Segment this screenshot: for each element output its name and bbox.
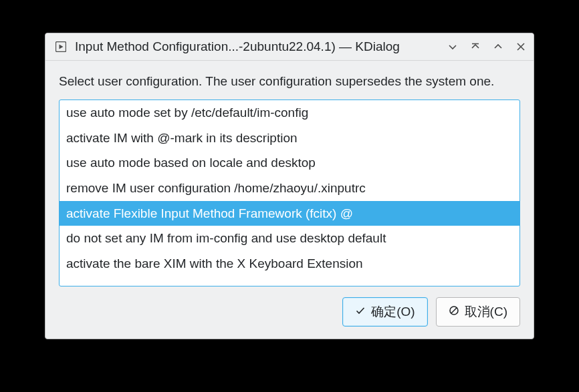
ok-button[interactable]: 确定(O) xyxy=(342,297,427,327)
list-item[interactable]: use auto mode set by /etc/default/im-con… xyxy=(60,100,519,126)
keep-below-button[interactable] xyxy=(444,38,461,55)
window-title: Input Method Configuration...-2ubuntu22.… xyxy=(75,39,444,54)
list-item[interactable]: activate Flexible Input Method Framework… xyxy=(60,201,519,226)
keep-above-button[interactable] xyxy=(467,38,484,55)
list-item[interactable]: activate the bare XIM with the X Keyboar… xyxy=(60,251,519,276)
cancel-icon xyxy=(449,305,459,319)
cancel-button[interactable]: 取消(C) xyxy=(436,297,520,327)
svg-marker-1 xyxy=(60,45,64,49)
button-row: 确定(O) 取消(C) xyxy=(59,286,520,339)
window-controls xyxy=(444,38,530,55)
check-icon xyxy=(355,305,366,319)
list-item[interactable]: activate IM with @-mark in its descripti… xyxy=(60,126,519,151)
svg-line-6 xyxy=(451,308,457,313)
dialog-window: Input Method Configuration...-2ubuntu22.… xyxy=(45,33,534,339)
list-item[interactable]: use auto mode based on locale and deskto… xyxy=(60,150,519,176)
maximize-button[interactable] xyxy=(489,38,507,55)
list-item[interactable]: remove IM user configuration /home/zhaoy… xyxy=(60,176,519,201)
list-item[interactable]: do not set any IM from im-config and use… xyxy=(60,226,519,251)
app-icon xyxy=(55,41,67,53)
dialog-content: Select user configuration. The user conf… xyxy=(45,61,534,339)
instruction-label: Select user configuration. The user conf… xyxy=(59,74,520,89)
ok-button-label: 确定(O) xyxy=(371,303,415,321)
config-listbox[interactable]: use auto mode set by /etc/default/im-con… xyxy=(59,100,520,286)
close-button[interactable] xyxy=(512,38,530,55)
titlebar: Input Method Configuration...-2ubuntu22.… xyxy=(45,33,534,61)
cancel-button-label: 取消(C) xyxy=(465,303,507,321)
